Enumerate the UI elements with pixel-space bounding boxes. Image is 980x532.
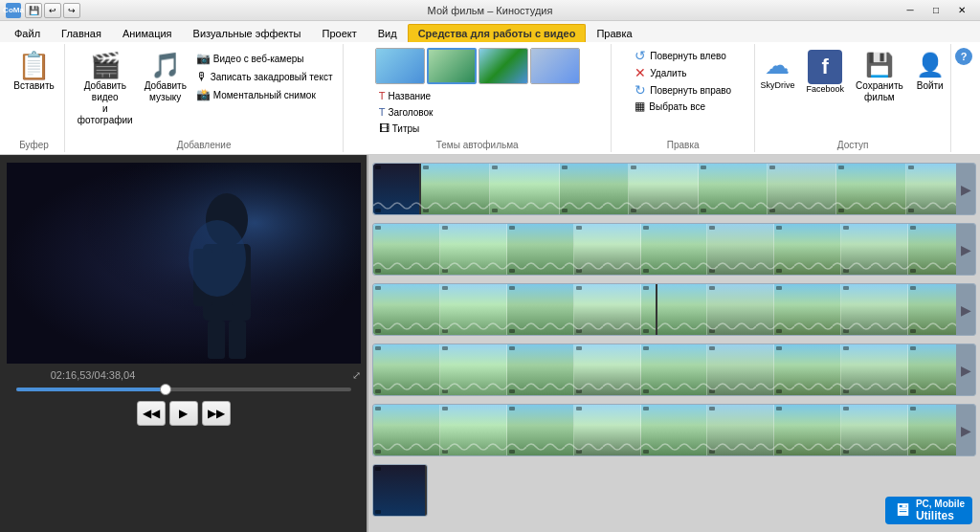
timeline-arrow-5[interactable]: ▶: [956, 405, 975, 455]
save-quick-btn[interactable]: 💾: [25, 3, 42, 18]
preview-expand-btn[interactable]: ⤢: [352, 369, 361, 382]
timeline-row-2[interactable]: ▶: [372, 223, 976, 276]
tab-home[interactable]: Главная: [51, 24, 112, 42]
window-controls: ─ □ ✕: [898, 3, 974, 18]
caption-btn[interactable]: T Заголовок: [375, 104, 437, 120]
credits-icon: 🎞: [379, 122, 390, 134]
play-btn[interactable]: ▶: [169, 401, 198, 426]
ribbon: 📋 Вставить Буфер 🎬 Добавить видео и фото…: [0, 42, 980, 155]
tab-animation[interactable]: Анимация: [112, 24, 183, 42]
snapshot-label: Моментальный снимок: [213, 90, 316, 100]
title-bar: CoMa 💾 ↩ ↪ Мой фильм – Киностудия ─ □ ✕: [0, 0, 980, 21]
snapshot-btn[interactable]: 📸 Моментальный снимок: [192, 86, 337, 103]
svg-rect-6: [208, 321, 225, 359]
film-frame-small: [373, 465, 427, 516]
timeline-row-5[interactable]: ▶: [372, 404, 976, 456]
add-video-btn[interactable]: 🎬 Добавить видео и фотографии: [72, 48, 139, 128]
facebook-label: Facebook: [806, 84, 844, 95]
timeline-panel[interactable]: ▶ ▶: [368, 155, 980, 532]
webcam-btn[interactable]: 📷 Видео с веб-камеры: [192, 50, 337, 67]
scrubber-thumb[interactable]: [160, 384, 171, 395]
timeline-row-6[interactable]: [372, 464, 428, 517]
main-area: 02:16,53/04:38,04 ⤢ ◀◀ ▶ ▶▶: [0, 155, 980, 532]
login-icon: 👤: [915, 50, 946, 80]
save-film-btn[interactable]: 💾 Сохранить фильм: [852, 48, 907, 105]
select-all-icon: ▦: [635, 100, 645, 113]
cloud-btn[interactable]: ☁ SkyDrive: [756, 48, 798, 93]
playhead: [656, 284, 657, 335]
save-film-icon: 💾: [864, 50, 895, 80]
paste-label: Вставить: [13, 80, 54, 92]
cloud-icon: ☁: [762, 50, 792, 80]
add-label: Добавление: [177, 138, 232, 150]
watermark-text: PC, Mobile Utilites: [916, 499, 965, 522]
scrubber-track[interactable]: [16, 388, 351, 391]
timeline-row-3[interactable]: ▶: [372, 283, 976, 336]
minimize-btn[interactable]: ─: [898, 3, 923, 18]
rewind-btn[interactable]: ◀◀: [137, 401, 166, 426]
tab-effects[interactable]: Визуальные эффекты: [183, 24, 312, 42]
add-small-btns: 📷 Видео с веб-камеры 🎙 Записать закадров…: [192, 48, 337, 103]
timeline-row-4[interactable]: ▶: [372, 344, 976, 396]
edit-content: ↺ Повернуть влево ✕ Удалить ↻ Повернуть …: [635, 46, 731, 138]
undo-btn[interactable]: ↩: [44, 3, 61, 18]
maximize-btn[interactable]: □: [924, 3, 948, 18]
preview-scrubber[interactable]: [16, 388, 351, 391]
ribbon-section-edit: ↺ Повернуть влево ✕ Удалить ↻ Повернуть …: [612, 44, 755, 152]
narrate-btn[interactable]: 🎙 Записать закадровый текст: [192, 68, 337, 85]
add-music-icon: 🎵: [150, 50, 181, 80]
timeline-arrow-4[interactable]: ▶: [956, 344, 975, 395]
caption-icon: T: [379, 106, 386, 118]
help-btn[interactable]: ?: [955, 48, 972, 65]
ribbon-tabs: Файл Главная Анимация Визуальные эффекты…: [0, 21, 980, 42]
login-btn[interactable]: 👤 Войти: [911, 48, 949, 94]
theme-thumbnails: [375, 48, 580, 84]
snapshot-icon: 📸: [196, 88, 211, 101]
tab-project[interactable]: Проект: [311, 24, 367, 42]
timeline-arrow-3[interactable]: ▶: [956, 284, 975, 335]
timeline-arrow-2[interactable]: ▶: [956, 224, 975, 275]
webcam-icon: 📷: [196, 52, 211, 65]
video-preview-inner: [7, 163, 361, 364]
svg-rect-1: [7, 163, 361, 364]
credits-btn[interactable]: 🎞 Титры: [375, 121, 437, 136]
timeline-row-4-content: [373, 344, 975, 395]
paste-btn[interactable]: 📋 Вставить: [10, 48, 57, 94]
add-video-icon: 🎬: [90, 50, 121, 80]
tab-view[interactable]: Вид: [368, 24, 408, 42]
forward-btn[interactable]: ▶▶: [202, 401, 231, 426]
theme-thumb-4[interactable]: [530, 48, 580, 84]
redo-btn[interactable]: ↪: [63, 3, 80, 18]
theme-thumb-3[interactable]: [479, 48, 528, 84]
cloud-label: SkyDrive: [760, 80, 794, 91]
credits-label: Титры: [392, 123, 420, 134]
caption-label: Заголовок: [388, 107, 433, 118]
close-btn[interactable]: ✕: [949, 3, 974, 18]
add-content: 🎬 Добавить видео и фотографии 🎵 Добавить…: [72, 46, 337, 138]
buffer-label: Буфер: [19, 138, 49, 150]
timeline-arrow-1[interactable]: ▶: [956, 164, 975, 214]
pc-icon: 🖥: [893, 500, 910, 521]
scrubber-fill: [16, 388, 167, 391]
tab-edit[interactable]: Правка: [586, 24, 642, 42]
theme-thumb-2[interactable]: [427, 48, 477, 84]
timeline-row-3-content: [373, 284, 975, 335]
preview-video-svg: [7, 163, 361, 364]
help-area: ?: [951, 44, 976, 152]
add-video-label: Добавить видео и фотографии: [76, 80, 135, 126]
theme-thumb-1[interactable]: [375, 48, 425, 84]
tab-file[interactable]: Файл: [4, 24, 51, 42]
name-btn[interactable]: T Название: [375, 88, 437, 103]
watermark: 🖥 PC, Mobile Utilites: [885, 497, 972, 524]
timeline-row-5-content: [373, 405, 975, 455]
themes-content: T Название T Заголовок 🎞 Титры: [375, 46, 580, 138]
save-film-label: Сохранить фильм: [856, 80, 903, 103]
add-music-label: Добавить музыку: [145, 80, 187, 103]
window-title: Мой фильм – Киностудия: [428, 5, 553, 16]
narrate-icon: 🎙: [196, 70, 208, 83]
waveform-overlay-2: [373, 257, 975, 275]
timeline-row-1[interactable]: ▶: [372, 163, 976, 215]
facebook-btn[interactable]: f Facebook: [802, 48, 848, 97]
tab-videotool[interactable]: Средства для работы с видео: [408, 24, 587, 42]
add-music-btn[interactable]: 🎵 Добавить музыку: [143, 48, 189, 105]
